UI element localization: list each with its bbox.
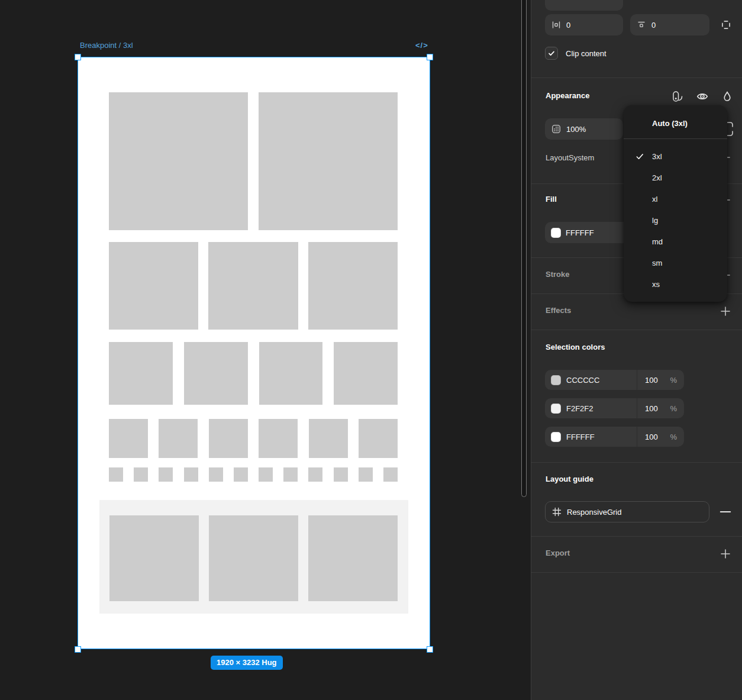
section-layout-guide: Layout guide ResponsiveGrid <box>531 462 742 536</box>
placeholder-box[interactable] <box>259 419 298 458</box>
individual-padding-button[interactable] <box>719 18 733 32</box>
horizontal-gap-value: 0 <box>566 21 570 30</box>
placeholder-box[interactable] <box>209 515 298 601</box>
color-hex-value: F2F2F2 <box>566 404 593 413</box>
dropdown-item-label: xl <box>624 195 657 204</box>
dropdown-item-xs[interactable]: xs <box>624 273 727 295</box>
frame-label[interactable]: Breakpoint / 3xl <box>80 41 133 50</box>
horizontal-gap-field[interactable]: 0 <box>545 14 623 36</box>
placeholder-box[interactable] <box>159 467 173 482</box>
blend-opacity-button[interactable] <box>720 89 734 104</box>
dropdown-item-3xl[interactable]: 3xl <box>624 146 727 167</box>
visibility-button[interactable] <box>695 89 709 104</box>
check-icon-slot <box>635 152 646 161</box>
layout-guide-field[interactable]: ResponsiveGrid <box>545 501 709 522</box>
placeholder-box[interactable] <box>109 467 123 482</box>
resize-handle-top-left[interactable] <box>75 54 81 60</box>
placeholder-box[interactable] <box>209 419 248 458</box>
percent-unit: % <box>670 376 677 385</box>
plus-icon <box>720 549 731 559</box>
placeholder-box[interactable] <box>359 419 398 458</box>
remove-layout-guide-button[interactable] <box>718 505 733 519</box>
color-opacity-field[interactable]: 100% <box>637 427 684 447</box>
vertical-gap-value: 0 <box>651 21 656 30</box>
selection-colors-title: Selection colors <box>546 343 605 351</box>
dropdown-item-xl[interactable]: xl <box>624 188 727 209</box>
export-title: Export <box>546 549 570 557</box>
color-swatch[interactable] <box>551 432 561 442</box>
section-selection-colors: Selection colors CCCCCC100%F2F2F2100%FFF… <box>531 330 742 462</box>
corner-radius-icon[interactable] <box>727 121 735 138</box>
droplet-icon <box>721 91 733 102</box>
eye-icon <box>696 90 709 103</box>
placeholder-box[interactable] <box>184 467 198 482</box>
vertical-gap-field[interactable]: 0 <box>630 14 709 36</box>
color-opacity-value: 100 <box>645 376 658 385</box>
opacity-icon <box>551 124 562 134</box>
dropdown-item-sm[interactable]: sm <box>624 252 727 273</box>
dropdown-item-label: 2xl <box>624 173 662 182</box>
dropdown-item-label: sm <box>624 259 662 267</box>
dropdown-item-2xl[interactable]: 2xl <box>624 167 727 188</box>
color-swatch[interactable] <box>551 375 561 385</box>
clip-content-label: Clip content <box>566 49 606 58</box>
field-partial-top[interactable] <box>545 0 623 11</box>
dropdown-item-auto[interactable]: Auto (3xl) <box>624 112 727 134</box>
placeholder-box[interactable] <box>109 342 173 405</box>
dropdown-item-label: xs <box>624 280 660 289</box>
opacity-field[interactable]: 100% <box>545 118 623 140</box>
row-6up <box>109 419 398 458</box>
row-4up <box>109 342 398 405</box>
resize-handle-top-right[interactable] <box>427 54 433 60</box>
resize-handle-bottom-right[interactable] <box>427 646 433 653</box>
placeholder-box[interactable] <box>259 342 323 405</box>
section-frame: 0 0 Clip content <box>531 0 742 78</box>
placeholder-box[interactable] <box>359 467 373 482</box>
dropdown-item-lg[interactable]: lg <box>624 209 727 231</box>
row-2up <box>109 92 398 230</box>
code-icon[interactable]: </> <box>415 41 428 50</box>
placeholder-box[interactable] <box>308 242 398 330</box>
clip-content-checkbox[interactable] <box>545 47 558 60</box>
placeholder-box[interactable] <box>283 467 298 482</box>
section-empty <box>531 572 742 700</box>
placeholder-box[interactable] <box>308 515 398 601</box>
placeholder-box[interactable] <box>109 242 198 330</box>
placeholder-box[interactable] <box>334 342 398 405</box>
placeholder-box[interactable] <box>109 419 148 458</box>
color-opacity-field[interactable]: 100% <box>637 398 684 418</box>
color-opacity-value: 100 <box>645 433 658 441</box>
placeholder-box[interactable] <box>109 92 248 230</box>
placeholder-box[interactable] <box>234 467 248 482</box>
row-12up <box>109 467 398 482</box>
placeholder-box[interactable] <box>109 515 199 601</box>
selection-color-row[interactable]: CCCCCC100% <box>545 370 684 390</box>
placeholder-box[interactable] <box>259 92 398 230</box>
add-export-button[interactable] <box>718 547 733 561</box>
selection-color-row[interactable]: FFFFFF100% <box>545 427 684 447</box>
dropdown-item-md[interactable]: md <box>624 231 727 252</box>
placeholder-box[interactable] <box>159 419 198 458</box>
placeholder-box[interactable] <box>134 467 148 482</box>
placeholder-box[interactable] <box>309 419 348 458</box>
apply-styles-button[interactable] <box>670 89 685 104</box>
placeholder-box[interactable] <box>184 342 248 405</box>
placeholder-box[interactable] <box>383 467 398 482</box>
color-opacity-field[interactable]: 100% <box>637 370 684 390</box>
placeholder-box[interactable] <box>209 467 223 482</box>
fill-swatch[interactable] <box>551 228 561 238</box>
check-icon <box>547 49 556 58</box>
add-effect-button[interactable] <box>718 304 733 318</box>
resize-handle-bottom-left[interactable] <box>75 646 81 653</box>
placeholder-box[interactable] <box>259 467 273 482</box>
artboard[interactable] <box>78 57 430 649</box>
placeholder-box[interactable] <box>308 467 322 482</box>
placeholder-box[interactable] <box>334 467 348 482</box>
styles-icon <box>671 90 684 103</box>
vertical-scrollbar[interactable] <box>521 0 527 497</box>
selection-color-row[interactable]: F2F2F2100% <box>545 398 684 418</box>
placeholder-box[interactable] <box>208 242 298 330</box>
footer-3up[interactable] <box>99 500 408 614</box>
color-swatch[interactable] <box>551 404 561 414</box>
grid-icon <box>551 507 562 517</box>
